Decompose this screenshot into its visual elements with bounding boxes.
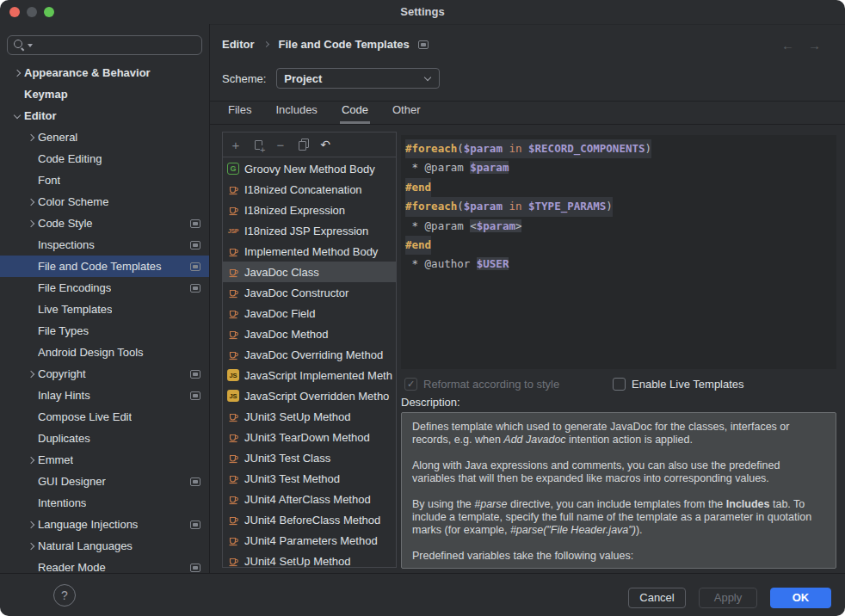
copy-icon[interactable] [292, 135, 314, 154]
template-toolbar: +−↶ [223, 132, 396, 157]
template-item-javadoc-method[interactable]: JavaDoc Method [223, 323, 396, 344]
tab-other[interactable]: Other [391, 102, 422, 124]
search-input[interactable] [36, 40, 201, 52]
tab-label: Other [392, 103, 421, 116]
reset-icon[interactable]: ↶ [314, 135, 336, 154]
remove-icon[interactable]: − [269, 135, 292, 154]
template-item-javascript-overridden-metho[interactable]: JSJavaScript Overridden Metho [223, 385, 396, 406]
sidebar-item-compose-live-edit[interactable]: Compose Live Edit [0, 406, 209, 428]
live-templates-checkbox[interactable]: ✓ [613, 378, 626, 391]
template-item-i18nized-expression[interactable]: I18nized Expression [223, 200, 396, 220]
template-item-javadoc-field[interactable]: JavaDoc Field [223, 303, 396, 323]
sidebar-item-inspections[interactable]: Inspections [0, 234, 209, 256]
sidebar-item-label: File and Code Templates [38, 260, 162, 273]
chevron-down-icon[interactable] [10, 109, 24, 123]
description-box[interactable]: Defines template which used to generate … [401, 412, 836, 569]
sidebar-item-natural-languages[interactable]: Natural Languages [0, 535, 209, 557]
chevron-right-icon[interactable] [24, 131, 38, 145]
description-paragraph: Defines template which used to generate … [412, 421, 825, 447]
chevron-right-icon[interactable] [24, 367, 38, 381]
sidebar-item-duplicates[interactable]: Duplicates [0, 428, 209, 449]
template-code-editor[interactable]: #foreach($param in $RECORD_COMPONENTS) *… [401, 135, 836, 369]
tab-includes[interactable]: Includes [274, 102, 318, 124]
template-item-junit4-afterclass-method[interactable]: JUnit4 AfterClass Method [223, 489, 396, 509]
sidebar-item-copyright[interactable]: Copyright [0, 363, 209, 385]
template-item-junit4-beforeclass-method[interactable]: JUnit4 BeforeClass Method [223, 509, 396, 530]
sidebar-item-label: Color Scheme [38, 195, 108, 208]
add-icon[interactable]: + [225, 135, 247, 154]
chevron-right-icon[interactable] [10, 66, 24, 80]
cancel-button[interactable]: Cancel [628, 588, 686, 608]
java-file-icon [227, 204, 239, 216]
sidebar-item-code-style[interactable]: Code Style [0, 213, 209, 234]
sidebar-item-file-and-code-templates[interactable]: File and Code Templates [0, 256, 209, 277]
java-file-icon [227, 534, 239, 546]
template-item-label: JavaDoc Class [244, 266, 319, 279]
template-item-i18nized-concatenation[interactable]: I18nized Concatenation [223, 179, 396, 200]
chevron-right-icon[interactable] [24, 195, 38, 209]
sidebar-item-label: Appearance & Behavior [24, 66, 151, 79]
template-item-label: JUnit4 BeforeClass Method [244, 514, 380, 527]
java-file-icon [227, 348, 239, 360]
sidebar-item-label: Reader Mode [38, 561, 106, 573]
screen-icon [190, 241, 200, 249]
template-item-javadoc-overriding-method[interactable]: JavaDoc Overriding Method [223, 344, 396, 365]
java-file-icon [227, 286, 239, 299]
sidebar-item-label: Duplicates [38, 432, 90, 445]
template-item-implemented-method-body[interactable]: Implemented Method Body [223, 241, 396, 262]
template-item-junit4-setup-method[interactable]: JUnit4 SetUp Method [223, 551, 396, 568]
ok-button[interactable]: OK [770, 588, 831, 608]
template-item-junit4-parameters-method[interactable]: JUnit4 Parameters Method [223, 530, 396, 551]
sidebar-item-emmet[interactable]: Emmet [0, 449, 209, 471]
breadcrumb-item-editor[interactable]: Editor [222, 38, 255, 51]
sidebar-item-color-scheme[interactable]: Color Scheme [0, 191, 209, 213]
template-item-junit3-test-method[interactable]: JUnit3 Test Method [223, 468, 396, 489]
template-item-javascript-implemented-meth[interactable]: JSJavaScript Implemented Meth [223, 365, 396, 385]
template-item-javadoc-constructor[interactable]: JavaDoc Constructor [223, 282, 396, 303]
sidebar-item-android-design-tools[interactable]: Android Design Tools [0, 342, 209, 363]
template-item-i18nized-jsp-expression[interactable]: JSPI18nized JSP Expression [223, 220, 396, 241]
template-item-junit3-teardown-method[interactable]: JUnit3 TearDown Method [223, 427, 396, 447]
sidebar-item-reader-mode[interactable]: Reader Mode [0, 557, 209, 573]
help-button[interactable]: ? [53, 584, 76, 607]
sidebar-item-general[interactable]: General [0, 126, 209, 148]
search-history-chevron-icon[interactable] [28, 44, 33, 47]
description-paragraph: Along with Java expressions and comments… [412, 459, 825, 485]
sidebar-item-font[interactable]: Font [0, 169, 209, 191]
scheme-dropdown[interactable]: Project [276, 68, 440, 89]
sidebar-item-intentions[interactable]: Intentions [0, 492, 209, 514]
sidebar-item-keymap[interactable]: Keymap [0, 83, 209, 105]
chevron-right-icon[interactable] [24, 539, 38, 553]
sidebar-item-code-editing[interactable]: Code Editing [0, 148, 209, 169]
tab-code[interactable]: Code [340, 102, 370, 124]
sidebar-item-appearance-behavior[interactable]: Appearance & Behavior [0, 62, 209, 83]
description-label: Description: [401, 396, 460, 409]
template-item-junit3-test-class[interactable]: JUnit3 Test Class [223, 447, 396, 468]
sidebar-item-editor[interactable]: Editor [0, 105, 209, 126]
sidebar-item-file-encodings[interactable]: File Encodings [0, 277, 209, 299]
tab-files[interactable]: Files [226, 102, 253, 124]
template-item-javadoc-class[interactable]: JavaDoc Class [223, 262, 396, 282]
template-item-groovy-new-method-body[interactable]: GGroovy New Method Body [223, 158, 396, 179]
sidebar-item-label: Copyright [38, 367, 86, 380]
template-item-label: I18nized Concatenation [244, 183, 362, 196]
screen-icon [418, 40, 429, 49]
tab-bar: FilesIncludesCodeOther [226, 102, 422, 124]
sidebar-item-inlay-hints[interactable]: Inlay Hints [0, 385, 209, 406]
chevron-right-icon[interactable] [24, 217, 38, 231]
live-templates-label: Enable Live Templates [632, 378, 744, 391]
template-item-junit3-setup-method[interactable]: JUnit3 SetUp Method [223, 406, 396, 427]
breadcrumb-item-file-and-code-templates[interactable]: File and Code Templates [279, 38, 410, 51]
template-item-label: JUnit3 SetUp Method [244, 410, 351, 423]
search-box[interactable] [7, 35, 202, 55]
chevron-right-icon[interactable] [24, 453, 38, 467]
sidebar-item-live-templates[interactable]: Live Templates [0, 299, 209, 320]
add-child-icon[interactable] [247, 135, 269, 154]
screen-icon [190, 284, 200, 293]
sidebar-item-gui-designer[interactable]: GUI Designer [0, 471, 209, 492]
sidebar-item-file-types[interactable]: File Types [0, 320, 209, 342]
java-file-icon [227, 514, 239, 526]
screen-icon [190, 477, 200, 486]
sidebar-item-language-injections[interactable]: Language Injections [0, 514, 209, 535]
chevron-right-icon[interactable] [24, 518, 38, 532]
